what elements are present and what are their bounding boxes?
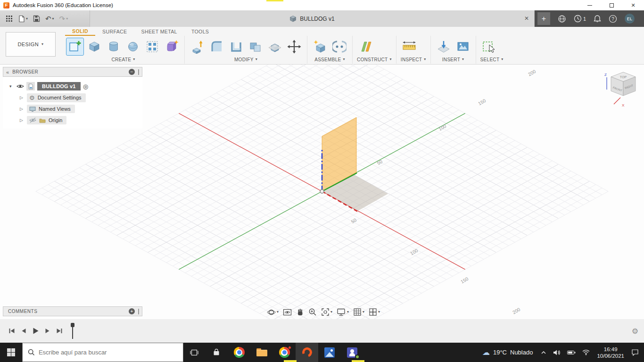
select-dropdown[interactable]: SELECT ▾ (480, 56, 504, 63)
task-view-button[interactable] (183, 343, 205, 362)
assemble-dropdown[interactable]: ASSEMBLE ▾ (312, 56, 348, 63)
eye-icon[interactable] (17, 83, 24, 89)
redo-button[interactable]: ↷ ▾ (58, 13, 70, 25)
press-pull-button[interactable] (189, 38, 206, 55)
split-body-button[interactable] (266, 38, 283, 55)
timeline-position-marker[interactable] (70, 323, 75, 339)
panel-grip[interactable] (138, 309, 139, 314)
add-comment-button[interactable]: + (129, 308, 135, 314)
minimize-button[interactable] (579, 0, 601, 10)
job-status-button[interactable]: 1 (570, 10, 590, 27)
move-copy-button[interactable] (286, 38, 303, 55)
look-at-button[interactable] (281, 307, 293, 317)
new-document-tab-button[interactable]: + (537, 12, 550, 25)
taskbar-app-chrome[interactable] (228, 343, 250, 362)
undo-button[interactable]: ↶ ▾ (43, 13, 56, 25)
workspace-switcher[interactable]: DESIGN ▾ (6, 32, 56, 57)
pan-button[interactable] (295, 307, 305, 317)
tray-show-hidden-icons-button[interactable] (537, 343, 550, 362)
fit-button[interactable]: ▾ (320, 307, 334, 317)
tab-surface[interactable]: SURFACE (95, 27, 134, 36)
help-button[interactable]: ? (605, 10, 621, 27)
canvas-button[interactable] (454, 38, 471, 55)
browser-row-document-settings[interactable]: ▷ ⚙ Document Settings (3, 92, 142, 103)
action-center-button[interactable] (628, 343, 642, 362)
close-button[interactable]: ✕ (622, 0, 644, 10)
collapse-panel-icon[interactable]: « (6, 69, 9, 75)
notifications-button[interactable] (590, 10, 605, 27)
tray-volume-button[interactable] (550, 343, 564, 362)
combine-button[interactable] (247, 38, 264, 55)
create-form-button[interactable] (163, 38, 180, 55)
tab-solid[interactable]: SOLID (65, 27, 95, 36)
expand-arrow-icon[interactable]: ▷ (20, 118, 25, 123)
browser-row-named-views[interactable]: ▷ Named Views (3, 103, 142, 115)
insert-derive-button[interactable] (435, 38, 452, 55)
viewport-canvas[interactable]: 50 100 150 200 50 100 150 200 Z TOP FRON… (0, 65, 644, 319)
extensions-button[interactable] (554, 10, 570, 27)
panel-grip[interactable] (138, 69, 139, 75)
construct-dropdown[interactable]: CONSTRUCT ▾ (357, 56, 392, 63)
timeline-step-back-button[interactable] (18, 324, 29, 338)
profile-button[interactable]: EL (621, 10, 638, 27)
create-sketch-button[interactable] (66, 38, 83, 55)
cylinder-button[interactable] (105, 38, 122, 55)
taskbar-clock[interactable]: 16:49 10/06/2021 (593, 346, 628, 359)
insert-dropdown[interactable]: INSERT ▾ (435, 56, 471, 63)
shell-button[interactable] (228, 38, 245, 55)
browser-row-origin[interactable]: ▷ Origin (3, 115, 142, 126)
sphere-button[interactable] (124, 38, 141, 55)
timeline-step-forward-button[interactable] (42, 324, 53, 338)
fillet-button[interactable] (208, 38, 225, 55)
browser-header[interactable]: « BROWSER − (3, 67, 142, 77)
taskbar-app-photos[interactable] (318, 343, 341, 362)
create-dropdown[interactable]: CREATE ▾ (66, 56, 180, 63)
grid-snaps-button[interactable]: ▾ (352, 307, 366, 317)
taskbar-app-chrome-2[interactable] (273, 343, 296, 362)
construct-plane-button[interactable] (357, 38, 377, 55)
inspect-dropdown[interactable]: INSPECT ▾ (401, 56, 426, 63)
browser-root-label[interactable]: BULLDOG v1 (37, 82, 81, 90)
maximize-button[interactable] (601, 0, 622, 10)
new-component-button[interactable] (312, 38, 329, 55)
file-menu-button[interactable]: ▾ (17, 13, 30, 25)
modify-dropdown[interactable]: MODIFY ▾ (189, 56, 303, 63)
expanded-arrow-icon[interactable]: ▾ (9, 84, 14, 89)
browser-collapse-button[interactable]: − (129, 69, 135, 75)
measure-button[interactable] (401, 38, 418, 55)
document-tab-close-button[interactable]: ✕ (523, 15, 530, 22)
timeline-go-to-start-button[interactable] (6, 324, 18, 338)
tray-network-button[interactable] (579, 343, 593, 362)
save-button[interactable] (31, 13, 42, 25)
comments-header[interactable]: COMMENTS + (3, 306, 142, 316)
expand-arrow-icon[interactable]: ▷ (20, 95, 25, 100)
search-input[interactable] (39, 349, 178, 356)
taskbar-app-fusion-360[interactable] (296, 343, 318, 362)
taskbar-app-store[interactable] (205, 343, 228, 362)
select-button[interactable] (480, 38, 497, 55)
browser-root-row[interactable]: ▾ BULLDOG v1 ◎ (3, 81, 142, 92)
timeline-play-button[interactable] (29, 324, 42, 338)
tray-battery-button[interactable] (564, 343, 579, 362)
activate-component-icon[interactable]: ◎ (83, 83, 88, 90)
start-button[interactable] (0, 343, 22, 362)
taskbar-weather-widget[interactable]: ☁ 19°C Nublado (478, 349, 537, 356)
zoom-button[interactable] (307, 307, 318, 317)
tab-sheet-metal[interactable]: SHEET METAL (134, 27, 184, 36)
box-button[interactable] (86, 38, 103, 55)
view-cube[interactable]: Z TOP FRONT RIGHT X (600, 68, 644, 112)
timeline-settings-gear-icon[interactable]: ⚙ (632, 327, 638, 336)
eye-slash-icon[interactable] (29, 117, 36, 123)
display-settings-button[interactable]: ▾ (335, 307, 350, 317)
joint-button[interactable] (331, 38, 348, 55)
taskbar-search-box[interactable] (22, 343, 183, 362)
expand-arrow-icon[interactable]: ▷ (20, 107, 25, 111)
pattern-button[interactable] (144, 38, 161, 55)
tab-tools[interactable]: TOOLS (184, 27, 216, 36)
viewports-button[interactable]: ▾ (367, 307, 381, 317)
data-panel-button[interactable] (3, 13, 15, 25)
orbit-button[interactable]: ▾ (265, 307, 280, 317)
origin-point[interactable] (320, 189, 324, 193)
taskbar-app-teams[interactable] (341, 343, 363, 362)
taskbar-app-folder[interactable] (250, 343, 273, 362)
